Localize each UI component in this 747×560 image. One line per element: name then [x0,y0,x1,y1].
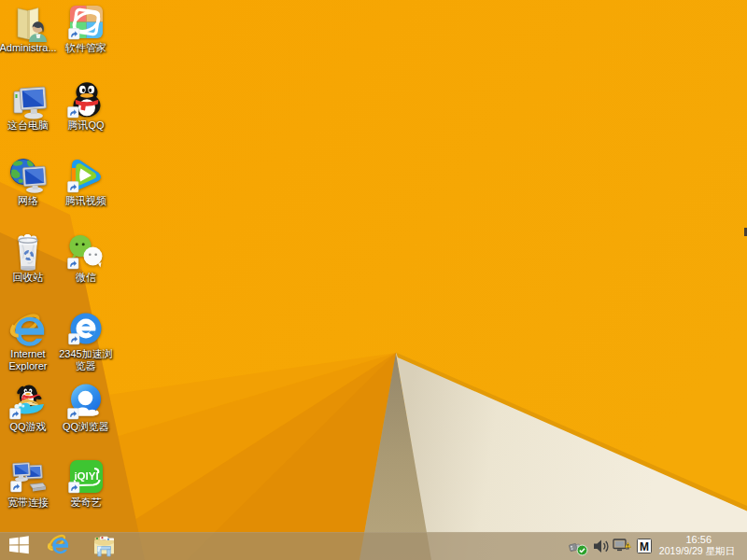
svg-text:iQIYI: iQIYI [74,470,98,482]
svg-text:M: M [640,540,649,553]
